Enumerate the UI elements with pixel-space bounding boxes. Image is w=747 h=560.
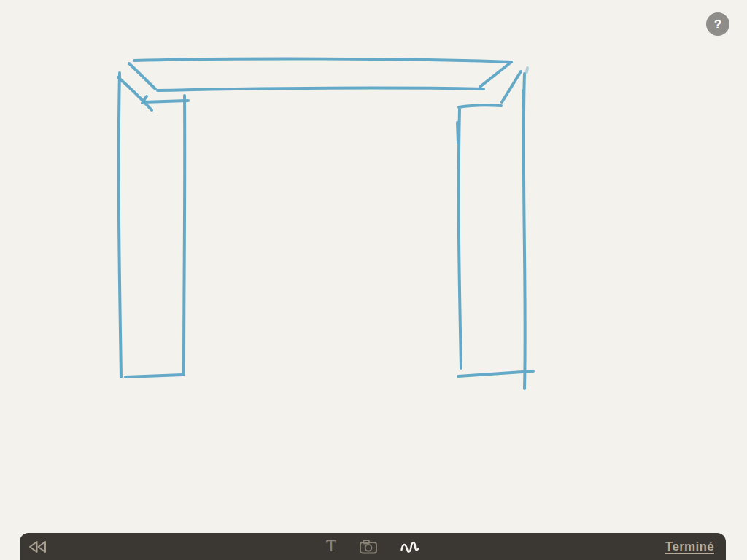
ink-stroke xyxy=(523,90,524,108)
ink-stroke xyxy=(158,88,484,90)
ink-stroke xyxy=(480,62,511,87)
text-tool-label: T xyxy=(326,539,336,554)
ink-stroke xyxy=(134,59,511,62)
ink-stroke xyxy=(502,71,521,102)
bottom-toolbar: T Terminé xyxy=(20,533,726,560)
camera-icon xyxy=(360,540,377,554)
rewind-icon xyxy=(28,540,47,553)
draw-tool-button[interactable] xyxy=(400,533,419,560)
done-button[interactable]: Terminé xyxy=(665,540,714,554)
drawing-canvas[interactable] xyxy=(0,0,747,560)
ink-stroke xyxy=(459,105,501,107)
rewind-button[interactable] xyxy=(28,540,47,553)
canvas-area: ? T xyxy=(0,0,747,560)
ink-stroke xyxy=(524,74,525,389)
squiggle-icon xyxy=(400,540,419,553)
ink-stroke xyxy=(119,73,121,377)
ink-stroke xyxy=(125,375,182,377)
ink-stroke xyxy=(184,96,185,375)
camera-tool-button[interactable] xyxy=(360,533,377,560)
ink-stroke xyxy=(143,101,188,102)
help-label: ? xyxy=(714,18,721,31)
ink-stroke xyxy=(129,63,155,89)
text-tool-button[interactable]: T xyxy=(326,533,336,560)
ink-stroke xyxy=(457,122,458,143)
help-button[interactable]: ? xyxy=(706,12,729,36)
ink-stroke xyxy=(458,371,533,376)
tool-group: T xyxy=(326,533,419,560)
ink-stroke xyxy=(527,68,527,72)
ink-stroke xyxy=(459,109,461,368)
